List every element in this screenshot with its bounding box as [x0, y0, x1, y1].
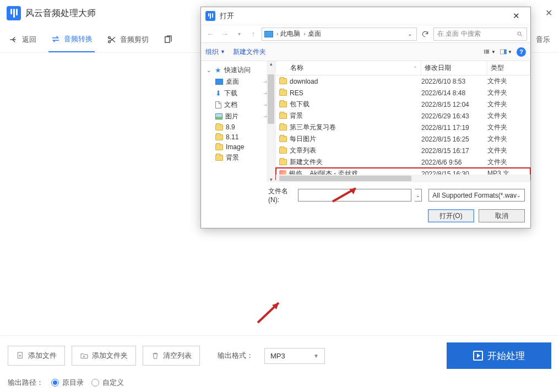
col-type-header[interactable]: 类型: [487, 61, 530, 75]
nav-music[interactable]: 音乐: [534, 27, 552, 52]
svg-point-0: [108, 36, 111, 39]
file-row[interactable]: 第三单元复习卷2022/8/11 17:19文件夹: [276, 122, 530, 133]
file-name: 文章列表: [290, 146, 316, 155]
pane-icon: [500, 48, 507, 56]
file-row[interactable]: download2022/6/10 8:53文件夹: [276, 75, 530, 87]
file-row[interactable]: 文章列表2022/8/15 16:17文件夹: [276, 145, 530, 156]
folder-icon: [279, 124, 287, 130]
output-format-select[interactable]: MP3 ▼: [264, 348, 325, 364]
tree-downloads[interactable]: ⬇下载📌: [203, 88, 273, 99]
search-placeholder: 在 桌面 中搜索: [437, 29, 481, 39]
col-date-header[interactable]: 修改日期: [421, 61, 487, 75]
nav-recent-button[interactable]: ▾: [233, 28, 245, 40]
svg-rect-10: [486, 53, 489, 54]
add-folder-button[interactable]: 添加文件夹: [72, 346, 136, 366]
nav-up-button[interactable]: ↑: [247, 28, 259, 40]
file-type: 文件夹: [487, 123, 530, 132]
window-close-icon[interactable]: ✕: [545, 8, 552, 18]
file-type: 文件夹: [487, 77, 530, 86]
dialog-close-button[interactable]: ✕: [506, 8, 526, 24]
col-name-header[interactable]: 名称⌃: [276, 61, 421, 75]
radio-original-dir[interactable]: 原目录: [51, 378, 84, 388]
crumb-root: 此电脑: [280, 29, 300, 39]
radio-custom-label: 自定义: [102, 378, 124, 388]
help-button[interactable]: ?: [517, 47, 526, 57]
tree-label: 背景: [226, 153, 239, 162]
file-row[interactable]: 背景2022/6/29 16:43文件夹: [276, 110, 530, 122]
file-row[interactable]: RES2022/6/14 8:48文件夹: [276, 87, 530, 99]
organize-label: 组织: [205, 47, 219, 57]
svg-rect-6: [484, 51, 485, 52]
nav-forward-button[interactable]: →: [219, 28, 231, 40]
sort-icon: ⌃: [413, 66, 417, 71]
file-name: RES: [290, 89, 303, 97]
nav-copy[interactable]: [161, 27, 175, 52]
nav-cut[interactable]: 音频剪切: [105, 27, 151, 52]
folder-icon: [279, 136, 287, 142]
refresh-button[interactable]: [419, 28, 431, 40]
filename-input[interactable]: [298, 189, 411, 202]
tree-pictures[interactable]: 图片📌: [203, 111, 273, 122]
open-button[interactable]: 打开(O): [428, 209, 474, 222]
filename-dropdown[interactable]: ⌄: [415, 189, 422, 202]
start-button[interactable]: 开始处理: [447, 342, 551, 369]
view-mode-button[interactable]: ▼: [484, 47, 496, 57]
file-date: 2022/8/15 16:25: [421, 135, 487, 143]
add-file-button-small[interactable]: 添加文件: [8, 346, 65, 366]
file-row[interactable]: 新建文件夹2022/6/6 9:56文件夹: [276, 156, 530, 168]
download-icon: ⬇: [215, 89, 221, 97]
folder-plus-icon: [80, 351, 89, 360]
document-icon: [215, 101, 221, 108]
trash-icon: [151, 351, 160, 360]
tree-label: 图片: [225, 112, 238, 121]
path-breadcrumb[interactable]: ›此电脑 ›桌面 ⌄: [262, 28, 417, 41]
file-name: 每日图片: [290, 134, 316, 144]
folder-icon: [279, 101, 287, 107]
file-date: 2022/6/14 8:48: [421, 89, 487, 97]
tree-desktop[interactable]: 桌面📌: [203, 76, 273, 88]
file-name: download: [290, 78, 318, 85]
filetype-filter[interactable]: All Supported Formats(*.wav ⌄: [428, 189, 525, 202]
tree-label: 快速访问: [224, 66, 251, 75]
file-list: 名称⌃ 修改日期 类型 download2022/6/10 8:53文件夹RES…: [276, 61, 530, 182]
app-title: 风云音频处理大师: [25, 8, 96, 19]
tree-folder[interactable]: Image: [203, 142, 273, 152]
nav-back[interactable]: 返回: [7, 27, 39, 52]
nav-convert[interactable]: 音频转换: [48, 27, 95, 52]
dialog-search-input[interactable]: 在 桌面 中搜索: [433, 28, 527, 41]
cancel-button[interactable]: 取消: [479, 209, 525, 222]
file-date: 2022/8/15 12:04: [421, 101, 487, 108]
tree-label: 下载: [224, 89, 237, 98]
radio-custom-dir[interactable]: 自定义: [91, 378, 124, 388]
radio-icon: [51, 379, 59, 386]
preview-pane-button[interactable]: ▼: [500, 47, 512, 57]
file-scrollbar[interactable]: [276, 175, 530, 182]
nav-back-button[interactable]: ←: [204, 28, 216, 40]
clear-list-label: 清空列表: [163, 351, 192, 361]
file-date: 2022/6/29 16:43: [421, 112, 487, 120]
clear-list-button[interactable]: 清空列表: [143, 346, 200, 366]
organize-menu[interactable]: 组织▼: [205, 47, 225, 57]
tree-folder[interactable]: 8.11: [203, 132, 273, 142]
cancel-label: 取消: [495, 211, 508, 221]
folder-icon: [279, 78, 287, 84]
file-type: 文件夹: [487, 157, 530, 167]
tree-documents[interactable]: 文档📌: [203, 99, 273, 111]
start-label: 开始处理: [487, 350, 525, 362]
path-dropdown-button[interactable]: ⌄: [405, 31, 414, 37]
new-folder-label: 新建文件夹: [233, 47, 266, 57]
new-folder-button[interactable]: 新建文件夹: [233, 47, 266, 57]
tree-scrollbar[interactable]: ▴▾: [267, 61, 275, 182]
file-row[interactable]: 每日图片2022/8/15 16:25文件夹: [276, 133, 530, 145]
bottom-bar: 添加文件 添加文件夹 清空列表 输出格式： MP3 ▼ 开始处理 输出路径： 原…: [0, 335, 559, 392]
svg-rect-9: [486, 51, 489, 52]
dialog-title: 打开: [220, 11, 234, 21]
file-row[interactable]: 包下载2022/8/15 12:04文件夹: [276, 99, 530, 110]
tree-quick-access[interactable]: ⌄★快速访问: [203, 64, 273, 76]
svg-point-4: [518, 32, 521, 35]
tree-folder[interactable]: 8.9: [203, 122, 273, 132]
add-folder-label: 添加文件夹: [92, 351, 128, 361]
file-type: 文件夹: [487, 146, 530, 155]
tree-folder[interactable]: 背景: [203, 152, 273, 164]
file-date: 2022/6/6 9:56: [421, 159, 487, 166]
